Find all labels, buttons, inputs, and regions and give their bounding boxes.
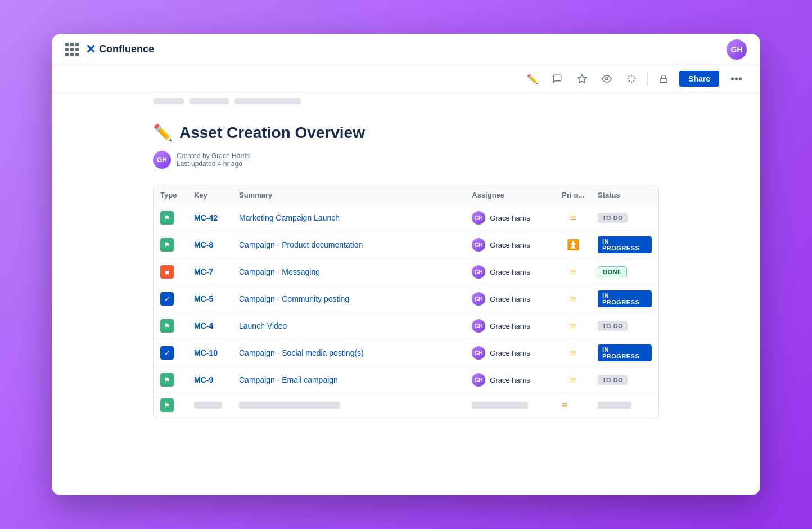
priority-high-icon: ⏫: [567, 239, 579, 250]
status-badge: IN PROGRESS: [598, 290, 652, 307]
more-options-icon[interactable]: •••: [726, 70, 747, 88]
priority-medium-icon: ≡: [570, 266, 576, 277]
type-icon-story: ⚑: [160, 373, 174, 387]
summary-link[interactable]: Campaign - Community posting: [239, 294, 349, 303]
cell-key[interactable]: MC-8: [187, 231, 232, 259]
cell-status: TO DO: [591, 205, 658, 231]
cell-summary[interactable]: Campaign - Community posting: [232, 285, 465, 313]
author-avatar: GH: [153, 151, 171, 169]
author-row: GH Created by Grace Harris Last updated …: [153, 151, 659, 169]
cell-summary[interactable]: Campaign - Product documentation: [232, 231, 465, 259]
cell-summary[interactable]: Campaign - Social media posting(s): [232, 339, 465, 367]
summary-link[interactable]: Campaign - Social media posting(s): [239, 348, 364, 357]
table-row: ⚑MC-9Campaign - Email campaignGHGrace ha…: [154, 367, 658, 393]
comment-icon[interactable]: [548, 70, 566, 88]
breadcrumb: [52, 93, 760, 110]
cell-type: ⚑: [154, 313, 187, 339]
cell-assignee: GHGrace harris: [465, 285, 555, 313]
share-button[interactable]: Share: [679, 71, 719, 87]
main-content: ✏️ Asset Creation Overview GH Created by…: [52, 110, 760, 432]
key-link[interactable]: MC-8: [194, 240, 213, 249]
cell-priority: ≡: [555, 313, 591, 339]
status-badge: TO DO: [598, 213, 628, 223]
assignee-cell: GHGrace harris: [472, 373, 548, 387]
cell-summary[interactable]: Campaign - Email campaign: [232, 367, 465, 393]
type-icon-bug: ■: [160, 265, 174, 279]
svg-line-9: [633, 76, 634, 77]
assignee-name: Grace harris: [490, 214, 530, 222]
key-link[interactable]: MC-7: [194, 267, 213, 276]
table-row: ⚑MC-4Launch VideoGHGrace harris≡TO DO: [154, 313, 658, 339]
table-row-partial: ⚑ ≡: [154, 393, 658, 418]
cell-key[interactable]: MC-9: [187, 367, 232, 393]
key-link[interactable]: MC-4: [194, 321, 213, 330]
cell-status: DONE: [591, 259, 658, 285]
user-avatar[interactable]: GH: [727, 39, 747, 60]
summary-link[interactable]: Launch Video: [239, 321, 287, 330]
breadcrumb-item-1[interactable]: [153, 98, 184, 104]
svg-line-8: [629, 80, 630, 82]
table-row: ■MC-7Campaign - MessagingGHGrace harris≡…: [154, 259, 658, 285]
toolbar-divider: [647, 72, 648, 86]
priority-icon: ≡: [562, 293, 584, 305]
jira-table: Type Key Summary Assignee Pri o... Statu…: [153, 185, 659, 418]
cell-key[interactable]: MC-5: [187, 285, 232, 313]
key-link[interactable]: MC-10: [194, 348, 218, 357]
priority-icon: ≡: [562, 266, 584, 278]
brand-logo[interactable]: ✕ Confluence: [85, 42, 154, 57]
cell-priority: ≡: [555, 205, 591, 231]
summary-link[interactable]: Campaign - Messaging: [239, 267, 320, 276]
priority-icon: ⏫: [562, 239, 584, 251]
summary-link[interactable]: Marketing Campaign Launch: [239, 213, 340, 222]
summary-link[interactable]: Campaign - Product documentation: [239, 240, 363, 249]
cell-assignee-partial: [465, 393, 555, 418]
cell-key[interactable]: MC-7: [187, 259, 232, 285]
breadcrumb-item-2[interactable]: [189, 98, 229, 104]
author-updated-label: Last updated 4 hr ago: [177, 160, 250, 168]
key-link[interactable]: MC-42: [194, 213, 218, 222]
cell-assignee: GHGrace harris: [465, 313, 555, 339]
cell-type: ■: [154, 259, 187, 285]
key-link[interactable]: MC-9: [194, 375, 213, 384]
svg-point-1: [606, 78, 608, 80]
priority-medium-icon: ≡: [570, 374, 576, 385]
cell-summary[interactable]: Launch Video: [232, 313, 465, 339]
lock-icon[interactable]: [655, 70, 673, 88]
col-priority: Pri o...: [555, 185, 591, 205]
assignee-name: Grace harris: [490, 295, 530, 303]
cell-type-partial: ⚑: [154, 393, 187, 418]
cell-type: ⚑: [154, 205, 187, 231]
cell-key[interactable]: MC-10: [187, 339, 232, 367]
cell-type: ⚑: [154, 367, 187, 393]
breadcrumb-item-3[interactable]: [234, 98, 301, 104]
apps-grid-icon[interactable]: [65, 43, 79, 56]
priority-icon: ≡: [562, 374, 584, 386]
col-type: Type: [154, 185, 187, 205]
watch-icon[interactable]: [598, 70, 616, 88]
summary-link[interactable]: Campaign - Email campaign: [239, 375, 338, 384]
cell-key[interactable]: MC-42: [187, 205, 232, 231]
toolbar: ✏️: [52, 65, 760, 93]
svg-line-4: [629, 76, 630, 77]
status-badge: IN PROGRESS: [598, 344, 652, 361]
assignee-avatar: GH: [472, 319, 485, 333]
key-link[interactable]: MC-5: [194, 294, 213, 303]
cell-assignee: GHGrace harris: [465, 231, 555, 259]
assignee-cell: GHGrace harris: [472, 238, 548, 252]
cell-assignee: GHGrace harris: [465, 339, 555, 367]
table-header-row: Type Key Summary Assignee Pri o... Statu…: [154, 185, 658, 205]
brand-x-icon: ✕: [85, 42, 96, 57]
edit-icon[interactable]: ✏️: [524, 70, 542, 88]
assignee-cell: GHGrace harris: [472, 346, 548, 360]
status-badge: TO DO: [598, 321, 628, 331]
cell-priority: ≡: [555, 259, 591, 285]
brand-name: Confluence: [99, 43, 154, 55]
cell-key[interactable]: MC-4: [187, 313, 232, 339]
spark-icon[interactable]: [622, 70, 640, 88]
cell-summary[interactable]: Campaign - Messaging: [232, 259, 465, 285]
priority-medium-icon-partial: ≡: [562, 400, 568, 411]
cell-type: ⚑: [154, 231, 187, 259]
cell-summary[interactable]: Marketing Campaign Launch: [232, 205, 465, 231]
star-icon[interactable]: [573, 70, 591, 88]
type-icon-story: ⚑: [160, 211, 174, 225]
